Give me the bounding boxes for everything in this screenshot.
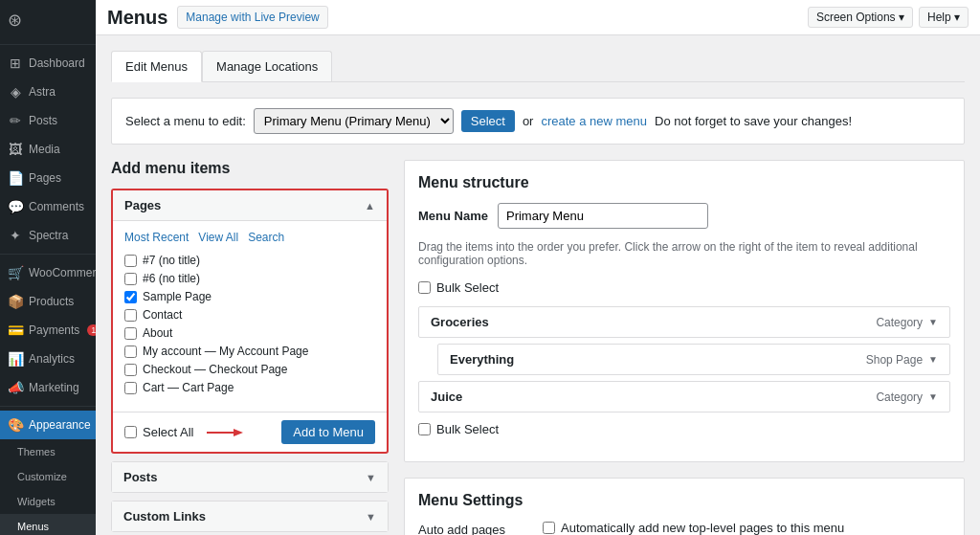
pages-icon: 📄 — [8, 170, 23, 186]
posts-accordion-header[interactable]: Posts ▼ — [112, 462, 388, 492]
menu-item-juice-chevron-icon[interactable]: ▼ — [928, 391, 938, 402]
tab-search[interactable]: Search — [248, 231, 284, 244]
manage-live-preview-button[interactable]: Manage with Live Preview — [177, 6, 327, 29]
sidebar-item-menus[interactable]: Menus — [0, 514, 96, 535]
main-content: Menus Manage with Live Preview Screen Op… — [96, 0, 980, 535]
page-label-contact: Contact — [143, 308, 182, 322]
menu-item-everything-chevron-icon[interactable]: ▼ — [928, 354, 938, 365]
sidebar-label-themes: Themes — [17, 446, 56, 457]
page-checkbox-myaccount[interactable] — [124, 346, 137, 358]
menu-name-input[interactable]: Primary Menu — [498, 203, 708, 229]
add-to-menu-button[interactable]: Add to Menu — [281, 420, 375, 444]
auto-add-text: Automatically add new top-level pages to… — [561, 521, 844, 535]
select-menu-row: Select a menu to edit: Primary Menu (Pri… — [111, 98, 965, 145]
page-checkbox-p7[interactable] — [124, 255, 137, 267]
sidebar-item-pages[interactable]: 📄 Pages — [0, 164, 96, 192]
sidebar-item-analytics[interactable]: 📊 Analytics — [0, 345, 96, 373]
menu-item-everything-name: Everything — [450, 352, 514, 367]
auto-add-check-row: Automatically add new top-level pages to… — [543, 521, 950, 535]
media-icon: 🖼 — [8, 142, 23, 157]
page-checkbox-checkout[interactable] — [124, 364, 137, 376]
help-button[interactable]: Help ▾ — [919, 7, 969, 28]
bulk-select-bottom-checkbox[interactable] — [418, 423, 431, 435]
page-item-myaccount: My account — My Account Page — [124, 345, 375, 358]
menu-item-groceries-right: Category ▼ — [876, 316, 938, 329]
sidebar-item-payments[interactable]: 💳 Payments 1 — [0, 316, 96, 345]
sidebar-item-marketing[interactable]: 📣 Marketing — [0, 373, 96, 402]
pages-checkbox-list: #7 (no title) #6 (no title) Sample Page — [124, 254, 375, 394]
sidebar-item-appearance[interactable]: 🎨 Appearance — [0, 411, 96, 439]
page-checkbox-sample[interactable] — [124, 291, 137, 303]
page-checkbox-cart[interactable] — [124, 382, 137, 394]
page-item-sample: Sample Page — [124, 290, 375, 303]
sidebar-item-dashboard[interactable]: ⊞ Dashboard — [0, 49, 96, 78]
menu-item-groceries: Groceries Category ▼ — [418, 306, 950, 338]
menu-item-groceries-chevron-icon[interactable]: ▼ — [928, 317, 938, 327]
auto-add-content: Automatically add new top-level pages to… — [543, 521, 950, 535]
sidebar-item-customize[interactable]: Customize — [0, 464, 96, 489]
select-button[interactable]: Select — [461, 110, 515, 132]
menu-settings-panel: Menu Settings Auto add pages Automatical… — [404, 478, 965, 535]
pages-accordion-tabs: Most Recent View All Search — [124, 231, 375, 244]
pages-accordion-header[interactable]: Pages ▲ — [113, 190, 387, 221]
auto-add-checkbox[interactable] — [543, 522, 555, 534]
create-new-menu-link[interactable]: create a new menu — [541, 114, 647, 128]
svg-marker-1 — [234, 429, 243, 436]
help-chevron-icon: ▾ — [954, 11, 960, 24]
page-label-about: About — [143, 326, 172, 340]
custom-links-accordion-header[interactable]: Custom Links ▼ — [112, 502, 388, 531]
save-note: Do not forget to save your changes! — [655, 114, 852, 128]
page-item-cart: Cart — Cart Page — [124, 381, 375, 394]
posts-accordion-chevron-icon: ▼ — [366, 472, 376, 483]
menu-description: Drag the items into the order you prefer… — [418, 240, 950, 267]
sidebar-item-themes[interactable]: Themes — [0, 439, 96, 464]
page-checkbox-about[interactable] — [124, 327, 137, 340]
wp-icon: ⊛ — [8, 10, 22, 31]
posts-accordion-title: Posts — [123, 470, 157, 484]
tab-bar: Edit Menus Manage Locations — [111, 51, 965, 82]
page-checkbox-contact[interactable] — [124, 309, 137, 322]
add-menu-items-title: Add menu items — [111, 160, 389, 177]
select-all-checkbox[interactable] — [124, 426, 137, 438]
menu-name-row: Menu Name Primary Menu — [418, 203, 950, 229]
auto-add-label: Auto add pages — [418, 521, 523, 535]
sidebar-item-media[interactable]: 🖼 Media — [0, 135, 96, 164]
page-label-myaccount: My account — My Account Page — [143, 345, 308, 358]
sidebar-item-woocommerce[interactable]: 🛒 WooCommerce — [0, 258, 96, 287]
pages-accordion-title: Pages — [124, 198, 161, 212]
tab-view-all[interactable]: View All — [198, 231, 238, 244]
sidebar-label-customize: Customize — [17, 471, 67, 482]
tab-edit-menus[interactable]: Edit Menus — [111, 51, 202, 82]
sidebar-item-widgets[interactable]: Widgets — [0, 489, 96, 514]
menu-item-juice-name: Juice — [431, 390, 462, 404]
astra-icon: ◈ — [8, 84, 23, 100]
page-item-contact: Contact — [124, 308, 375, 322]
page-label-p6: #6 (no title) — [143, 272, 200, 285]
sidebar-item-spectra[interactable]: ✦ Spectra — [0, 221, 96, 250]
tab-manage-locations[interactable]: Manage Locations — [202, 51, 332, 81]
tab-most-recent[interactable]: Most Recent — [124, 231, 189, 244]
sidebar-item-comments[interactable]: 💬 Comments — [0, 192, 96, 221]
auto-add-row: Auto add pages Automatically add new top… — [418, 521, 950, 535]
payments-icon: 💳 — [8, 323, 23, 338]
sidebar-item-astra[interactable]: ◈ Astra — [0, 78, 96, 106]
dashboard-icon: ⊞ — [8, 56, 23, 71]
menu-select[interactable]: Primary Menu (Primary Menu) — [254, 108, 454, 134]
sidebar-item-products[interactable]: 📦 Products — [0, 287, 96, 316]
bulk-select-top-label: Bulk Select — [436, 280, 499, 295]
menu-structure-title: Menu structure — [418, 174, 950, 191]
help-label: Help — [927, 11, 951, 24]
screen-options-button[interactable]: Screen Options ▾ — [808, 7, 913, 28]
sidebar-label-marketing: Marketing — [29, 381, 79, 394]
topbar-right: Screen Options ▾ Help ▾ — [808, 7, 969, 28]
page-checkbox-p6[interactable] — [124, 273, 137, 285]
two-column-layout: Add menu items Pages ▲ Most Recent View … — [111, 160, 965, 535]
bulk-select-top-checkbox[interactable] — [418, 281, 431, 294]
sidebar-item-posts[interactable]: ✏ Posts — [0, 106, 96, 135]
select-menu-label: Select a menu to edit: — [125, 114, 246, 128]
page-item-p7: #7 (no title) — [124, 254, 375, 267]
sidebar-label-pages: Pages — [29, 171, 61, 185]
tab-edit-menus-label: Edit Menus — [125, 59, 188, 74]
sidebar-label-astra: Astra — [29, 85, 56, 99]
page-label-sample: Sample Page — [143, 290, 212, 303]
